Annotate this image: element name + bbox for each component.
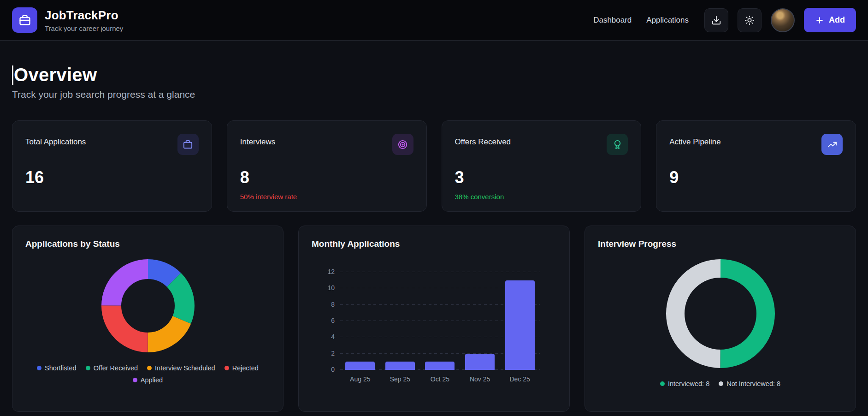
app-name: JobTrackPro bbox=[45, 8, 123, 23]
plus-icon bbox=[815, 16, 824, 25]
stat-label: Active Pipeline bbox=[669, 134, 721, 147]
legend-dot bbox=[224, 366, 229, 370]
legend-item[interactable]: Interviewed: 8 bbox=[660, 380, 709, 387]
add-button[interactable]: Add bbox=[804, 8, 856, 32]
chart-card-interview-progress: Interview Progress Interviewed: 8Not Int… bbox=[585, 226, 856, 412]
x-tick-label: Dec 25 bbox=[500, 375, 540, 383]
header-actions: Dashboard Applications Add bbox=[593, 8, 856, 32]
legend-item[interactable]: Shortlisted bbox=[37, 364, 77, 372]
theme-toggle-button[interactable] bbox=[738, 8, 762, 32]
donut-chart-applications-by-status bbox=[25, 259, 270, 352]
y-tick-label: 12 bbox=[319, 268, 335, 275]
x-tick-label: Aug 25 bbox=[340, 375, 380, 383]
stat-label: Total Applications bbox=[25, 134, 86, 147]
x-tick-label: Sep 25 bbox=[380, 375, 420, 383]
bar[interactable] bbox=[465, 354, 495, 370]
avatar[interactable] bbox=[771, 8, 795, 32]
nav-applications[interactable]: Applications bbox=[646, 16, 689, 25]
legend-label: Shortlisted bbox=[45, 364, 77, 372]
download-icon bbox=[711, 15, 721, 25]
chart-legend: ShortlistedOffer ReceivedInterview Sched… bbox=[30, 364, 266, 384]
legend-dot bbox=[719, 381, 723, 386]
stat-value: 16 bbox=[25, 168, 199, 187]
brand-text: JobTrackPro Track your career journey bbox=[45, 8, 123, 32]
legend-dot bbox=[86, 366, 90, 370]
legend-item[interactable]: Not Interviewed: 8 bbox=[719, 380, 780, 387]
x-axis-labels: Aug 25Sep 25Oct 25Nov 25Dec 25 bbox=[340, 375, 540, 383]
text-cursor bbox=[12, 65, 13, 85]
app-header: JobTrackPro Track your career journey Da… bbox=[0, 0, 868, 41]
stats-grid: Total Applications 16 Interviews bbox=[12, 120, 856, 212]
legend-dot bbox=[660, 381, 665, 386]
legend-dot bbox=[147, 366, 152, 370]
bar-plot-area: 024681012 bbox=[340, 272, 540, 370]
legend-item[interactable]: Offer Received bbox=[86, 364, 138, 372]
brand: JobTrackPro Track your career journey bbox=[12, 7, 123, 33]
page-title: Overview bbox=[14, 65, 97, 85]
legend-label: Rejected bbox=[232, 364, 259, 372]
chart-title: Monthly Applications bbox=[312, 239, 556, 249]
y-tick-label: 6 bbox=[319, 317, 335, 324]
stat-label: Interviews bbox=[240, 134, 276, 147]
stat-subtext: 38% conversion bbox=[455, 193, 628, 201]
bar-column bbox=[420, 272, 460, 370]
chart-card-monthly-applications: Monthly Applications 024681012 Aug 25Sep… bbox=[298, 226, 570, 412]
stat-value: 3 bbox=[455, 168, 628, 187]
nav-dashboard[interactable]: Dashboard bbox=[593, 16, 632, 25]
stat-card-interviews: Interviews 8 50% interview rate bbox=[227, 120, 427, 212]
main-nav: Dashboard Applications bbox=[593, 16, 689, 25]
donut-chart-interview-progress bbox=[598, 259, 843, 368]
briefcase-logo-icon bbox=[12, 7, 37, 33]
app-tagline: Track your career journey bbox=[45, 24, 123, 32]
bars bbox=[340, 272, 540, 370]
chart-legend: Interviewed: 8Not Interviewed: 8 bbox=[603, 380, 838, 387]
y-tick-label: 2 bbox=[319, 350, 335, 357]
sun-icon bbox=[744, 15, 755, 25]
legend-item[interactable]: Interview Scheduled bbox=[147, 364, 215, 372]
bar-column bbox=[500, 272, 540, 370]
legend-label: Offer Received bbox=[94, 364, 138, 372]
award-icon bbox=[607, 134, 628, 155]
add-button-label: Add bbox=[829, 15, 845, 25]
legend-dot bbox=[37, 366, 41, 370]
legend-item[interactable]: Applied bbox=[133, 376, 163, 384]
chart-title: Applications by Status bbox=[25, 239, 270, 249]
stat-value: 9 bbox=[669, 168, 843, 187]
stat-label: Offers Received bbox=[455, 134, 511, 147]
bar-chart-monthly-applications: 024681012 Aug 25Sep 25Oct 25Nov 25Dec 25 bbox=[312, 272, 556, 383]
stat-card-active-pipeline: Active Pipeline 9 bbox=[656, 120, 856, 212]
page-head: Overview Track your job search progress … bbox=[12, 65, 856, 100]
bar[interactable] bbox=[505, 280, 535, 370]
y-tick-label: 0 bbox=[319, 366, 335, 373]
legend-label: Not Interviewed: 8 bbox=[726, 380, 780, 387]
y-tick-label: 4 bbox=[319, 333, 335, 340]
charts-grid: Applications by Status ShortlistedOffer … bbox=[12, 226, 856, 412]
legend-label: Interviewed: 8 bbox=[668, 380, 709, 387]
legend-item[interactable]: Rejected bbox=[224, 364, 259, 372]
bar[interactable] bbox=[425, 362, 455, 370]
y-tick-label: 8 bbox=[319, 301, 335, 308]
stat-value: 8 bbox=[240, 168, 413, 187]
bar-column bbox=[380, 272, 420, 370]
legend-label: Interview Scheduled bbox=[155, 364, 215, 372]
bar-column bbox=[460, 272, 500, 370]
stat-card-offers-received: Offers Received 3 38% conversion bbox=[442, 120, 642, 212]
main-content: Overview Track your job search progress … bbox=[0, 65, 868, 412]
legend-label: Applied bbox=[141, 376, 163, 384]
target-icon bbox=[392, 134, 413, 155]
chart-title: Interview Progress bbox=[598, 239, 843, 249]
stat-card-total-applications: Total Applications 16 bbox=[12, 120, 212, 212]
legend-dot bbox=[133, 378, 137, 382]
bar[interactable] bbox=[385, 362, 415, 370]
y-tick-label: 10 bbox=[319, 284, 335, 291]
trending-up-icon bbox=[821, 134, 843, 155]
stat-subtext: 50% interview rate bbox=[240, 193, 413, 201]
download-button[interactable] bbox=[704, 8, 728, 32]
chart-card-applications-by-status: Applications by Status ShortlistedOffer … bbox=[12, 226, 283, 412]
bar[interactable] bbox=[345, 362, 375, 370]
x-tick-label: Nov 25 bbox=[460, 375, 500, 383]
bar-column bbox=[340, 272, 380, 370]
page-subtitle: Track your job search progress at a glan… bbox=[12, 89, 856, 100]
briefcase-icon bbox=[177, 134, 199, 155]
x-tick-label: Oct 25 bbox=[420, 375, 460, 383]
